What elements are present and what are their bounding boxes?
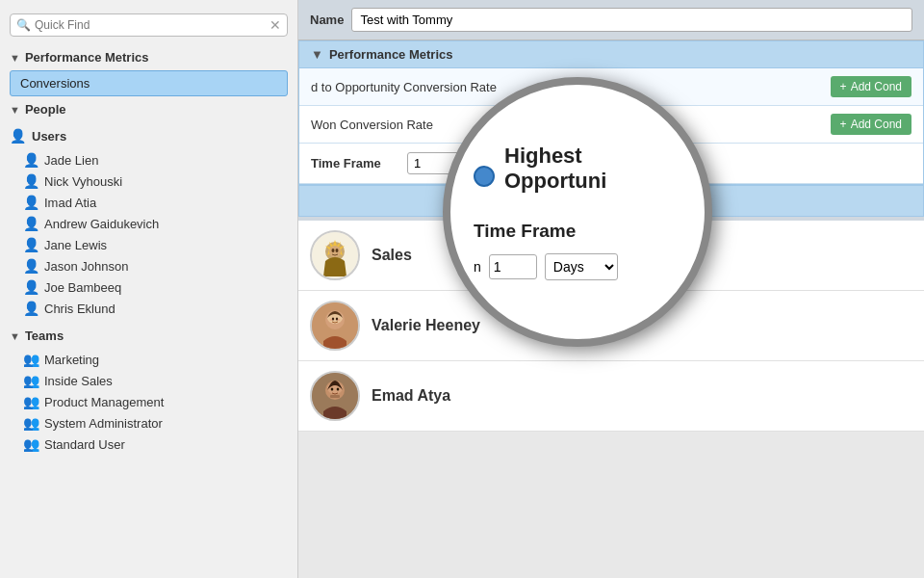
user-name: Jason Johnson xyxy=(44,259,128,274)
king-avatar-svg xyxy=(312,232,358,278)
name-input[interactable] xyxy=(351,8,912,32)
search-icon: 🔍 xyxy=(16,18,31,32)
time-frame-label: Time Frame xyxy=(311,156,398,171)
user-name: Jane Lewis xyxy=(44,238,107,252)
list-item[interactable]: 👥 Standard User xyxy=(21,434,297,455)
person-icon: 👤 xyxy=(23,301,38,316)
metric-label-2: Won Conversion Rate xyxy=(311,118,433,132)
teams-label: Teams xyxy=(25,328,64,343)
svg-point-16 xyxy=(331,387,334,390)
list-item[interactable]: 👥 Product Management xyxy=(21,391,297,412)
main-content: Name ▼ Performance Metrics d to Opportun… xyxy=(298,0,924,578)
person-icon: 👤 xyxy=(23,173,38,189)
indicator-circle xyxy=(474,166,495,187)
search-input[interactable] xyxy=(35,18,270,32)
user-name: Jade Lien xyxy=(44,153,98,168)
performance-metrics-label: Performance Metrics xyxy=(25,50,149,65)
team-member-row: Emad Atya xyxy=(298,361,924,432)
add-cond-button-2[interactable]: + Add Cond xyxy=(831,114,911,135)
team-name: Standard User xyxy=(44,437,125,452)
member-name: Valerie Heeney xyxy=(372,317,480,334)
plus-icon: + xyxy=(840,80,847,93)
teams-arrow-icon: ▼ xyxy=(10,330,20,342)
user-name: Joe Bambeeq xyxy=(44,280,121,295)
teams-header[interactable]: ▼ Teams xyxy=(0,325,297,347)
list-item[interactable]: 👤 Jade Lien xyxy=(21,149,288,171)
team-icon: 👥 xyxy=(23,436,38,452)
perf-arrow-icon: ▼ xyxy=(311,47,323,62)
conversions-item[interactable]: Conversions xyxy=(10,70,288,96)
user-name: Nick Vyhouski xyxy=(44,174,122,189)
list-item[interactable]: 👤 Joe Bambeeq xyxy=(21,276,288,298)
user-list: 👤 Jade Lien 👤 Nick Vyhouski 👤 Imad Atia … xyxy=(10,147,288,321)
team-name: Marketing xyxy=(44,353,99,367)
list-item[interactable]: 👤 Imad Atia xyxy=(21,192,288,213)
valerie-avatar-svg xyxy=(312,302,358,349)
person-icon: 👤 xyxy=(23,237,38,252)
users-section: 👤 Users 👤 Jade Lien 👤 Nick Vyhouski 👤 Im… xyxy=(0,120,297,325)
search-bar[interactable]: 🔍 ✕ xyxy=(10,13,288,37)
users-icon: 👤 xyxy=(10,128,26,144)
team-list: 👥 Marketing 👥 Inside Sales 👥 Product Man… xyxy=(0,347,297,457)
magnifier-title: Highest Opportuni xyxy=(504,144,681,194)
svg-point-17 xyxy=(337,387,340,390)
person-icon: 👤 xyxy=(23,152,38,168)
magnifier-time-frame-label: Time Frame xyxy=(474,221,576,242)
team-name: System Administrator xyxy=(44,416,163,431)
list-item[interactable]: 👤 Chris Eklund xyxy=(21,298,288,319)
users-label: Users xyxy=(32,129,66,144)
avatar xyxy=(310,230,360,280)
person-icon: 👤 xyxy=(23,195,38,210)
users-header: 👤 Users xyxy=(10,124,288,147)
name-label: Name xyxy=(310,13,344,27)
metric-label-1: d to Opportunity Conversion Rate xyxy=(311,80,497,94)
clear-icon[interactable]: ✕ xyxy=(270,17,281,33)
user-name: Andrew Gaidukevich xyxy=(44,217,159,231)
team-icon: 👥 xyxy=(23,415,38,431)
performance-metrics-header[interactable]: ▼ Performance Metrics xyxy=(0,46,297,68)
magnifier-header: Highest Opportuni xyxy=(474,144,681,209)
people-label: People xyxy=(25,102,66,117)
perf-section-header[interactable]: ▼ Performance Metrics xyxy=(299,41,923,68)
team-name: Product Management xyxy=(44,395,164,409)
team-icon: 👥 xyxy=(23,352,38,367)
member-name: Emad Atya xyxy=(372,387,450,405)
person-icon: 👤 xyxy=(23,216,38,231)
arrow-icon: ▼ xyxy=(10,52,20,64)
team-name: Inside Sales xyxy=(44,374,113,388)
svg-point-12 xyxy=(338,319,341,321)
svg-point-4 xyxy=(332,249,335,252)
plus-icon: + xyxy=(840,118,847,131)
list-item[interactable]: 👤 Nick Vyhouski xyxy=(21,171,288,192)
magnifier-overlay: Highest Opportuni Time Frame n Days Week… xyxy=(443,77,712,347)
avatar xyxy=(310,301,360,351)
list-item[interactable]: 👥 Inside Sales xyxy=(21,370,297,391)
list-item[interactable]: 👥 System Administrator xyxy=(21,412,297,434)
perf-section-label: Performance Metrics xyxy=(329,47,453,62)
emad-avatar-svg xyxy=(312,373,358,419)
svg-point-5 xyxy=(336,249,339,252)
list-item[interactable]: 👥 Marketing xyxy=(21,349,297,370)
svg-point-11 xyxy=(330,319,333,321)
team-icon: 👥 xyxy=(23,373,38,388)
user-name: Imad Atia xyxy=(44,196,96,210)
name-bar: Name xyxy=(298,0,924,40)
team-icon: 👥 xyxy=(23,394,38,409)
sidebar: 🔍 ✕ ▼ Performance Metrics Conversions ▼ … xyxy=(0,0,298,578)
person-icon: 👤 xyxy=(23,279,38,295)
member-name: Sales xyxy=(372,247,412,264)
person-icon: 👤 xyxy=(23,258,38,274)
svg-rect-18 xyxy=(330,395,340,398)
people-arrow-icon: ▼ xyxy=(10,104,20,116)
people-header[interactable]: ▼ People xyxy=(0,98,297,120)
conversions-label: Conversions xyxy=(20,76,90,91)
magnifier-controls: n Days Weeks Months xyxy=(474,253,618,280)
magnifier-unit-select[interactable]: Days Weeks Months xyxy=(545,253,618,280)
add-cond-button-1[interactable]: + Add Cond xyxy=(831,76,911,97)
avatar xyxy=(310,371,360,421)
magnifier-n-label: n xyxy=(474,259,481,275)
magnifier-value-input[interactable] xyxy=(489,254,537,279)
list-item[interactable]: 👤 Andrew Gaidukevich xyxy=(21,213,288,234)
list-item[interactable]: 👤 Jane Lewis xyxy=(21,234,288,255)
list-item[interactable]: 👤 Jason Johnson xyxy=(21,255,288,276)
